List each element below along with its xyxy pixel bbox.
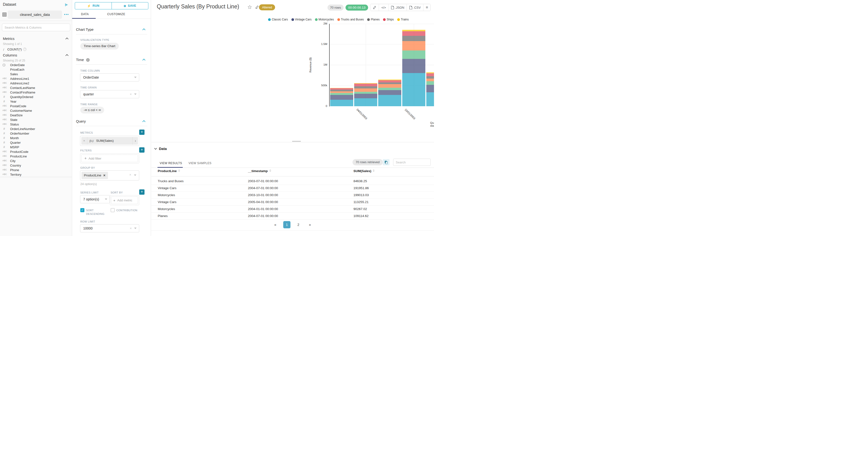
- column-header-timestamp[interactable]: __timestamp: [248, 169, 271, 173]
- column-item-postalcode[interactable]: ABCPostalCode: [0, 104, 72, 108]
- column-item-year[interactable]: #Year: [0, 99, 72, 104]
- column-item-quarter[interactable]: #Quarter: [0, 140, 72, 145]
- metrics-collapse-icon[interactable]: [65, 37, 68, 41]
- sort-descending-checkbox[interactable]: ✓ SORT DESCENDING: [80, 208, 107, 216]
- columns-collapse-icon[interactable]: [65, 54, 68, 57]
- active-tab-underline: [157, 167, 183, 168]
- column-header-productline[interactable]: ProductLine: [158, 169, 180, 173]
- bar-04-01-2003[interactable]: [354, 83, 377, 106]
- clear-icon[interactable]: ×: [130, 224, 132, 232]
- column-item-status[interactable]: ABCStatus: [0, 122, 72, 127]
- column-item-quantityordered[interactable]: #QuantityOrdered: [0, 95, 72, 99]
- run-button[interactable]: ⚡RUN: [75, 2, 112, 9]
- bar-segment-vintage-cars: [354, 94, 377, 98]
- column-item-dealsize[interactable]: ABCDealSize: [0, 113, 72, 118]
- column-item-sales[interactable]: Sales: [0, 72, 72, 77]
- time-range-pill[interactable]: -∞ ≤ col < ∞: [80, 107, 104, 114]
- column-item-productline[interactable]: ABCProductLine: [0, 154, 72, 159]
- tab-data[interactable]: DATA: [81, 12, 89, 16]
- add-filter-button[interactable]: +: [139, 147, 145, 153]
- time-grain-label: TIME GRAIN: [80, 86, 97, 89]
- dataset-name-chip[interactable]: cleaned_sales_data: [8, 10, 62, 19]
- column-item-territory[interactable]: ABCTerritory: [0, 172, 72, 177]
- remove-chip-icon[interactable]: ✕: [103, 174, 105, 177]
- column-item-priceeach[interactable]: PriceEach: [0, 67, 72, 72]
- column-item-msrp[interactable]: #MSRP: [0, 145, 72, 150]
- chart-type-collapse-icon[interactable]: [142, 28, 146, 31]
- bar-segment-trucks-and-buses: [426, 78, 434, 81]
- search-metrics-columns-input[interactable]: [2, 24, 70, 31]
- group-by-select[interactable]: ProductLine✕ ×: [80, 170, 139, 181]
- metric-item-count[interactable]: ƒCOUNT(*)?: [3, 48, 26, 52]
- column-item-ordernumber[interactable]: #OrderNumber: [0, 131, 72, 136]
- column-label: AddressLine2: [10, 82, 29, 85]
- table-row[interactable]: Vintage Cars2005-04-01 00:00:00113255.21: [151, 199, 434, 206]
- remove-metric-icon[interactable]: ×: [83, 137, 87, 145]
- column-item-country[interactable]: ABCCountry: [0, 163, 72, 168]
- contribution-checkbox[interactable]: CONTRIBUTION: [111, 208, 144, 213]
- tab-customize[interactable]: CUSTOMIZE: [107, 12, 125, 16]
- time-grain-select[interactable]: quarter×: [80, 90, 139, 98]
- add-filter-dropzone[interactable]: +Add filter: [81, 155, 138, 162]
- column-label: ProductLine: [10, 155, 27, 158]
- column-item-phone[interactable]: ABCPhone: [0, 168, 72, 172]
- sort-icons[interactable]: [269, 169, 271, 172]
- results-search-input[interactable]: [393, 159, 431, 166]
- pagination-page-2[interactable]: 2: [295, 221, 302, 228]
- pagination-next[interactable]: »: [306, 221, 313, 228]
- add-sort-metric-button[interactable]: +: [139, 189, 145, 195]
- time-section-title: Time i: [76, 58, 90, 62]
- column-item-productcode[interactable]: ABCProductCode: [0, 150, 72, 154]
- column-item-orderdate[interactable]: OrderDate: [0, 63, 72, 67]
- column-item-contactlastname[interactable]: ABCContactLastName: [0, 86, 72, 90]
- time-collapse-icon[interactable]: [142, 59, 146, 62]
- table-row[interactable]: Motorcycles2004-01-01 00:00:0090267.02: [151, 206, 434, 213]
- clear-icon[interactable]: ×: [130, 90, 132, 98]
- visualization-type-pill[interactable]: Time-series Bar Chart: [80, 43, 119, 50]
- table-row[interactable]: Planes2004-07-01 00:00:00109114.62: [151, 213, 434, 220]
- column-item-orderlinenumber[interactable]: #OrderLineNumber: [0, 127, 72, 131]
- pagination-page-1[interactable]: 1: [283, 221, 290, 228]
- table-cell: Vintage Cars: [158, 186, 177, 190]
- column-item-addressline2[interactable]: ABCAddressLine2: [0, 81, 72, 86]
- column-item-customername[interactable]: ABCCustomerName: [0, 108, 72, 113]
- column-header-sumsales[interactable]: SUM(Sales): [353, 169, 375, 173]
- metric-chip-sum-sales[interactable]: × f(x) SUM(Sales) ›: [81, 137, 138, 145]
- tab-view-samples[interactable]: VIEW SAMPLES: [188, 161, 212, 165]
- time-column-select[interactable]: OrderDate: [80, 73, 139, 82]
- column-item-state[interactable]: ABCState: [0, 118, 72, 122]
- table-row[interactable]: Motorcycles2003-10-01 00:00:00199013.03: [151, 192, 434, 199]
- add-metric-button[interactable]: +: [139, 129, 145, 135]
- query-collapse-icon[interactable]: [142, 120, 146, 123]
- sort-icons[interactable]: [373, 169, 375, 172]
- save-button[interactable]: ⊕SAVE: [112, 2, 148, 9]
- column-item-addressline1[interactable]: ABCAddressLine1: [0, 77, 72, 81]
- series-limit-select[interactable]: 7 option(s): [80, 195, 110, 203]
- bar-01-01-2004[interactable]: [426, 72, 434, 106]
- timeseries-bar-chart[interactable]: 0500k1M1.5M2MRevenue ($)04/01/200310/01/…: [151, 0, 434, 134]
- table-row[interactable]: Vintage Cars2004-07-01 00:00:00191951.86: [151, 185, 434, 192]
- divider: [76, 126, 147, 126]
- row-limit-select[interactable]: 10000×: [80, 224, 139, 232]
- collapse-panel-icon[interactable]: [65, 3, 68, 7]
- bar-01-01-2003[interactable]: [330, 88, 353, 106]
- column-item-contactfirstname[interactable]: ABCContactFirstName: [0, 90, 72, 95]
- resize-drag-handle[interactable]: [292, 141, 301, 142]
- dataset-options-icon[interactable]: •••: [64, 12, 69, 17]
- data-collapse-chevron-icon[interactable]: [154, 147, 157, 150]
- bar-10-01-2003[interactable]: [402, 30, 425, 106]
- group-by-options-hint: 24 option(s): [80, 182, 97, 186]
- clear-icon[interactable]: ×: [129, 173, 131, 177]
- copy-data-button[interactable]: [383, 159, 390, 165]
- group-by-chip-productline[interactable]: ProductLine✕: [82, 172, 108, 179]
- column-item-month[interactable]: #Month: [0, 136, 72, 140]
- sort-icons[interactable]: [178, 169, 180, 172]
- table-row[interactable]: Trucks and Buses2003-07-01 00:00:0084638…: [151, 178, 434, 185]
- add-sort-metric-dropzone[interactable]: +Add metric: [111, 196, 138, 204]
- bar-07-01-2003[interactable]: [378, 80, 401, 106]
- column-item-city[interactable]: ABCCity: [0, 159, 72, 163]
- tab-view-results[interactable]: VIEW RESULTS: [160, 161, 182, 165]
- help-icon: ?: [23, 48, 26, 51]
- pagination-prev[interactable]: «: [272, 221, 279, 228]
- bar-segment-trains: [378, 80, 401, 80]
